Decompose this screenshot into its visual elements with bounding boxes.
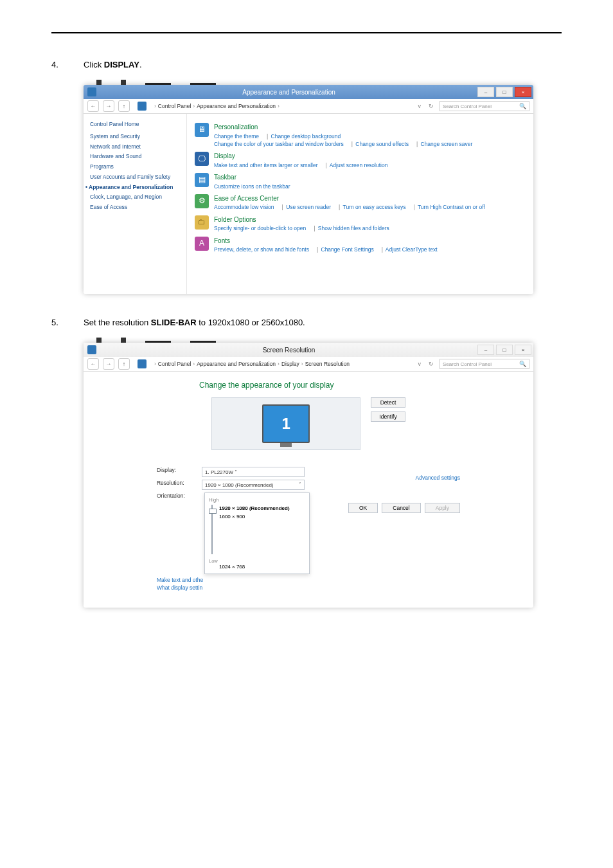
display-heading[interactable]: Display bbox=[214, 152, 394, 161]
step-4-bold: DISPLAY bbox=[104, 60, 139, 69]
link-font-settings[interactable]: Change Font Settings bbox=[321, 246, 374, 253]
nav-up-button[interactable]: ↑ bbox=[118, 100, 130, 112]
folder-heading[interactable]: Folder Options bbox=[214, 215, 396, 225]
link-advanced-settings[interactable]: Advanced settings bbox=[416, 475, 460, 481]
link-which-settings[interactable]: What display settin bbox=[157, 584, 310, 591]
link-adjust-resolution[interactable]: Adjust screen resolution bbox=[330, 162, 388, 168]
display-select[interactable]: 1. PL2270W ˅ bbox=[202, 467, 305, 477]
breadcrumb-2[interactable]: › Control Panel › Appearance and Persona… bbox=[154, 361, 350, 367]
breadcrumb-screen-res[interactable]: Screen Resolution bbox=[305, 361, 350, 367]
nav-forward-button[interactable]: → bbox=[103, 100, 114, 112]
link-preview-fonts[interactable]: Preview, delete, or show and hide fonts bbox=[214, 246, 309, 253]
resolution-value: 1920 × 1080 (Recommended) bbox=[205, 482, 274, 488]
sidebar-item-useraccounts[interactable]: User Accounts and Family Safety bbox=[90, 173, 180, 181]
link-change-color[interactable]: Change the color of your taskbar and win… bbox=[214, 141, 344, 147]
taskbar-heading[interactable]: Taskbar bbox=[214, 173, 297, 183]
search-input[interactable]: Search Control Panel 🔍 bbox=[440, 101, 529, 111]
fonts-heading[interactable]: Fonts bbox=[214, 237, 444, 246]
step-5-bold: SLIDE-BAR bbox=[151, 318, 197, 327]
link-change-bg[interactable]: Change desktop background bbox=[271, 133, 341, 140]
breadcrumb-control-panel[interactable]: Control Panel bbox=[158, 103, 191, 109]
slider-knob[interactable] bbox=[209, 509, 217, 514]
search-input-2[interactable]: Search Control Panel 🔍 bbox=[440, 359, 529, 369]
link-sep: | bbox=[339, 204, 340, 210]
slider-low-value: 1024 × 768 bbox=[219, 564, 305, 570]
step-4-text: Click DISPLAY. bbox=[84, 59, 142, 71]
taskbar-fx bbox=[96, 78, 562, 85]
link-low-vision[interactable]: Accommodate low vision bbox=[214, 204, 274, 210]
link-click-open[interactable]: Specify single- or double-click to open bbox=[214, 225, 306, 231]
link-customize-taskbar[interactable]: Customize icons on the taskbar bbox=[214, 183, 290, 190]
ok-button[interactable]: OK bbox=[348, 503, 378, 513]
nav-back-button-2[interactable]: ← bbox=[87, 358, 99, 370]
step-4: 4. Click DISPLAY. bbox=[51, 59, 562, 71]
step-5: 5. Set the resolution SLIDE-BAR to 1920x… bbox=[51, 317, 562, 329]
sidebar-item-clock[interactable]: Clock, Language, and Region bbox=[90, 193, 180, 201]
link-sep: | bbox=[314, 225, 315, 231]
link-change-saver[interactable]: Change screen saver bbox=[421, 141, 473, 147]
category-ease: ⚙ Ease of Access Center Accommodate low … bbox=[195, 194, 524, 212]
slider-high-label: High bbox=[209, 497, 305, 503]
resolution-slider-popup[interactable]: High 1920 × 1080 (Recommended) 1600 × 90… bbox=[204, 493, 310, 574]
breadcrumb-appearance[interactable]: Appearance and Personalization bbox=[197, 103, 276, 109]
label-resolution: Resolution: bbox=[157, 480, 202, 486]
breadcrumb-cp[interactable]: Control Panel bbox=[158, 361, 191, 367]
resolution-select[interactable]: 1920 × 1080 (Recommended)˅ bbox=[202, 480, 305, 490]
ease-heading[interactable]: Ease of Access Center bbox=[214, 194, 492, 204]
detect-button[interactable]: Detect bbox=[371, 397, 405, 408]
link-high-contrast[interactable]: Turn High Contrast on or off bbox=[418, 204, 485, 210]
breadcrumb-appearance-2[interactable]: Appearance and Personalization bbox=[197, 361, 276, 367]
link-sep: | bbox=[326, 162, 327, 168]
category-display: 🖵 Display Make text and other items larg… bbox=[195, 152, 524, 169]
window-title: Appearance and Personalization bbox=[242, 89, 335, 96]
monitor-1-icon[interactable]: 1 bbox=[262, 404, 310, 443]
breadcrumb-display[interactable]: Display bbox=[281, 361, 299, 367]
window-titlebar: Appearance and Personalization – □ × bbox=[84, 85, 533, 99]
monitor-preview-box[interactable]: 1 bbox=[211, 397, 360, 450]
breadcrumb-sep: › bbox=[154, 361, 156, 367]
step-5-post: to 1920x1080 or 2560x1080. bbox=[197, 318, 305, 327]
sidebar-item-appearance-current[interactable]: • Appearance and Personalization bbox=[90, 183, 180, 192]
link-change-theme[interactable]: Change the theme bbox=[214, 133, 259, 140]
search-icon-2: 🔍 bbox=[519, 361, 526, 367]
identify-button[interactable]: Identify bbox=[371, 411, 405, 422]
link-text-size[interactable]: Make text and other items larger or smal… bbox=[214, 162, 318, 168]
refresh-button[interactable]: v bbox=[416, 103, 423, 109]
close-button[interactable]: × bbox=[515, 87, 531, 97]
sidebar-item-hardware[interactable]: Hardware and Sound bbox=[90, 152, 180, 161]
nav-up-button-2[interactable]: ↑ bbox=[118, 358, 130, 370]
step-4-pre: Click bbox=[84, 60, 104, 69]
nav-back-button[interactable]: ← bbox=[87, 100, 99, 112]
sidebar-item-system[interactable]: System and Security bbox=[90, 132, 180, 141]
link-easy-keys[interactable]: Turn on easy access keys bbox=[343, 204, 406, 210]
sidebar-header[interactable]: Control Panel Home bbox=[90, 120, 180, 129]
link-text-size-2[interactable]: Make text and othe bbox=[157, 577, 310, 583]
display-value: 1. PL2270W ˅ bbox=[205, 469, 237, 475]
sidebar-item-programs[interactable]: Programs bbox=[90, 163, 180, 171]
refresh-icon-2[interactable]: ↻ bbox=[427, 361, 436, 367]
cancel-button[interactable]: Cancel bbox=[382, 503, 420, 513]
breadcrumb[interactable]: › Control Panel › Appearance and Persona… bbox=[154, 103, 280, 109]
link-hidden-files[interactable]: Show hidden files and folders bbox=[318, 225, 389, 231]
minimize-button[interactable]: – bbox=[477, 87, 494, 97]
label-orientation: Orientation: bbox=[157, 493, 202, 499]
refresh-chevron-2[interactable]: v bbox=[416, 361, 423, 367]
link-change-sound[interactable]: Change sound effects bbox=[355, 141, 409, 147]
sidebar-item-ease[interactable]: Ease of Access bbox=[90, 203, 180, 212]
step-5-text: Set the resolution SLIDE-BAR to 1920x108… bbox=[84, 317, 305, 329]
apply-button[interactable]: Apply bbox=[425, 503, 460, 513]
link-screen-reader[interactable]: Use screen reader bbox=[286, 204, 331, 210]
sidebar-item-network[interactable]: Network and Internet bbox=[90, 143, 180, 151]
minimize-button-2[interactable]: – bbox=[477, 345, 494, 355]
close-button-2[interactable]: × bbox=[515, 345, 531, 355]
maximize-button[interactable]: □ bbox=[496, 87, 513, 97]
link-cleartype[interactable]: Adjust ClearType text bbox=[386, 246, 438, 253]
breadcrumb-sep: › bbox=[193, 361, 195, 367]
address-bar-2: ← → ↑ › Control Panel › Appearance and P… bbox=[84, 357, 533, 372]
maximize-button-2[interactable]: □ bbox=[496, 345, 513, 355]
step-5-number: 5. bbox=[51, 317, 84, 329]
nav-forward-button-2[interactable]: → bbox=[103, 358, 114, 370]
personalization-heading[interactable]: Personalization bbox=[214, 123, 479, 132]
refresh-icon[interactable]: ↻ bbox=[427, 103, 436, 109]
page-top-rule bbox=[51, 32, 562, 33]
